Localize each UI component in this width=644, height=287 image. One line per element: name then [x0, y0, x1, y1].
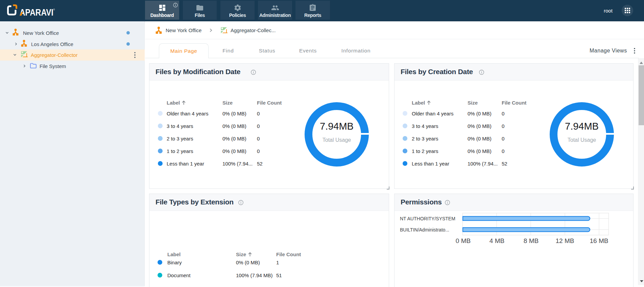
svg-text:®: ® [53, 8, 55, 11]
svg-text:APARAVI: APARAVI [20, 7, 53, 18]
